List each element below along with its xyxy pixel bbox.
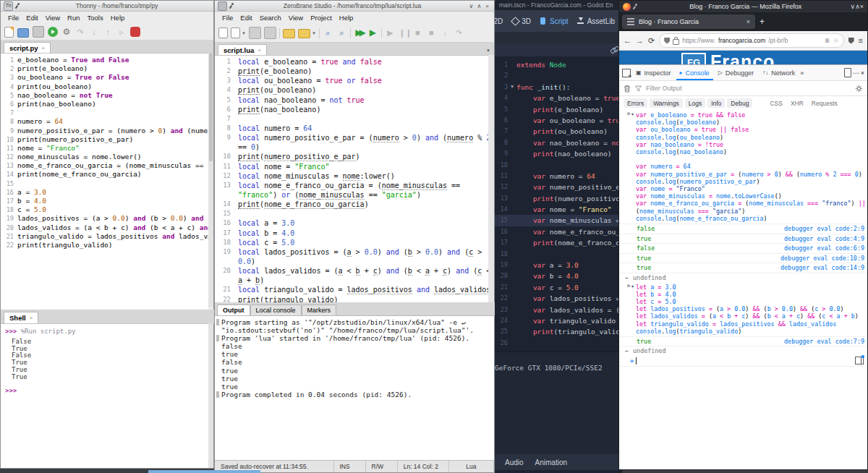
menu-item-run[interactable]: Run [64,14,83,22]
workspace-tab-assetlib[interactable]: AssetLib [577,17,615,25]
filter-button-xhr[interactable]: XHR [788,98,807,108]
zerobrane-editor-scrollbar[interactable] [488,55,494,302]
close-tab-icon[interactable]: × [30,315,33,321]
run-icon[interactable]: ▶ [367,27,378,38]
lock-icon[interactable] [673,39,679,45]
menu-item-help[interactable]: Help [336,14,357,22]
menu-item-tools[interactable]: Tools [84,14,107,22]
clear-console-trash-icon[interactable] [624,85,631,93]
run-icon[interactable] [48,27,58,37]
filter-button-warnings[interactable]: Warnings [650,98,683,108]
close-tab-icon[interactable]: × [42,45,46,51]
menu-item-project[interactable]: Project [307,14,336,22]
fold-arrow-icon[interactable]: ▼ [511,82,516,93]
find-icon[interactable]: ⌕ [323,27,333,38]
console-settings-gear-icon[interactable] [855,85,863,93]
new-tab-button[interactable]: + [760,17,765,27]
site-logo[interactable]: FG [681,53,706,65]
online-docs-link-icon[interactable] [610,46,618,54]
step-into-icon[interactable]: ↓ [440,27,451,38]
menu-item-edit[interactable]: Edit [22,14,41,22]
thonny-shell-scrollbar[interactable] [208,323,213,468]
bottom-tab-audio[interactable]: Audio [505,459,524,466]
step-into-icon[interactable]: ↓ [89,27,99,37]
tab-script-lua[interactable]: script.lua × [218,44,267,56]
zerobrane-output-panel[interactable]: Program starting as '"/opt/zbstudio/bin/… [215,315,494,465]
detach-process-icon[interactable]: ■ [426,27,437,38]
close-tab-icon[interactable]: × [258,47,261,54]
tab-script-py[interactable]: script.py × [4,42,51,54]
step-out-icon[interactable]: ↑ [103,27,113,37]
close-button[interactable]: × [860,3,864,10]
back-button[interactable]: ← [624,36,631,45]
reader-mode-icon[interactable]: 🗏 [824,37,830,44]
workspace-tab-script[interactable]: Script [540,17,569,25]
save-all-icon[interactable] [264,27,276,39]
bookmark-star-icon[interactable]: ☆ [833,37,839,44]
dropdown-arrow-icon[interactable]: ▼ [312,31,316,35]
pick-element-icon[interactable] [622,69,631,77]
menu-item-view[interactable]: View [42,14,64,22]
menu-item-file[interactable]: File [218,14,237,22]
open-icon[interactable] [231,27,240,38]
console-input-row[interactable]: » [619,355,867,367]
tab-shell[interactable]: Shell × [4,312,38,323]
start-debug-icon[interactable]: ▶ [385,27,396,38]
godot-output-panel[interactable]: GeForce GTX 1080/PCIe/SSE2 [495,351,622,466]
devtools-tab-inspector[interactable]: ▣Inspector [632,65,675,80]
zerobrane-editor[interactable]: 1local e_booleano = true and false2print… [215,55,488,304]
stop-process-icon[interactable]: ■ [412,27,423,38]
find-replace-icon[interactable]: ⌕ [336,27,347,38]
source-location-link[interactable]: debugger eval code:7:9 [784,337,867,346]
minimize-button[interactable]: ∨ [851,3,856,10]
devtools-tab-console[interactable]: ▸Console [676,65,713,80]
close-button[interactable]: × [483,3,491,9]
godot-titlebar[interactable]: main.tscn - FrancoGarcia.com - Godot En [495,0,622,10]
tab-output[interactable]: Output [217,304,250,315]
save-icon[interactable] [249,27,261,39]
filter-button-debug[interactable]: Debug [727,98,752,108]
thonny-editor[interactable]: 1e_booleano = True and False2print(e_boo… [1,53,208,310]
expand-triangle-icon[interactable]: ▾ [630,112,634,116]
zerobrane-titlebar[interactable]: ZeroBrane Studio - /home/franco/tmp/lua/… [215,1,494,12]
close-tab-icon[interactable]: × [746,18,750,25]
tab-local-console[interactable]: Local console [250,304,302,315]
browser-tab[interactable]: Blog · Franco Garcia × [622,14,755,29]
menu-item-edit[interactable]: Edit [237,14,255,22]
debug-icon[interactable]: ⚙ [61,27,72,37]
source-location-link[interactable]: debugger eval code:14:9 [780,263,867,273]
project-choose-icon[interactable] [298,29,310,38]
project-from-file-icon[interactable] [283,29,295,38]
pause-icon[interactable]: ❙❙ [399,27,409,38]
thonny-shell[interactable]: >>> %Run script.py FalseTrueFalseTrueTru… [1,323,208,468]
menu-item-file[interactable]: File [4,14,22,22]
thonny-titlebar[interactable]: Th Thonny - /home/franco/tmp/py [1,1,213,12]
workspace-tab-2d[interactable]: 2D [495,17,503,25]
filter-button-logs[interactable]: Logs [685,98,705,108]
save-icon[interactable] [33,26,44,38]
open-file-icon[interactable] [17,28,29,38]
source-location-link[interactable]: debugger eval code:10:9 [780,254,867,263]
new-icon[interactable] [218,27,228,38]
source-location-link[interactable]: debugger eval code:4:9 [784,234,867,244]
filter-button-info[interactable]: Info [707,98,725,108]
devtools-tab-network[interactable]: ↑↓Network [759,65,799,80]
resume-icon[interactable]: ▹ [116,27,127,37]
devtools-overflow-menu[interactable]: ⋯ [853,69,859,77]
maximize-button[interactable]: ∧ [855,3,860,10]
protections-shield-icon[interactable] [848,38,854,44]
hamburger-menu-icon[interactable]: ≡ [859,36,863,45]
source-location-link[interactable]: debugger eval code:6:9 [784,244,867,253]
more-tabs-chevron[interactable]: » [800,69,804,77]
step-over-icon[interactable]: ↷ [75,27,85,37]
url-bar[interactable]: https://www.francogarcia.com/pt-br/b 🗏 ☆ [659,33,843,48]
godot-script-editor[interactable]: 1extends Node23▼func _init():4 var e_boo… [495,56,622,351]
devtools-close-icon[interactable]: × [861,69,864,77]
new-file-icon[interactable] [4,27,14,38]
menu-item-help[interactable]: Help [107,14,129,22]
bottom-tab-animation[interactable]: Animation [535,459,567,466]
tab-list-dropdown-icon[interactable]: ▼ [482,46,494,56]
split-console-icon[interactable] [855,357,864,365]
filter-button-errors[interactable]: Errors [624,98,647,108]
source-location-link[interactable]: debugger eval code:2:9 [784,224,867,234]
